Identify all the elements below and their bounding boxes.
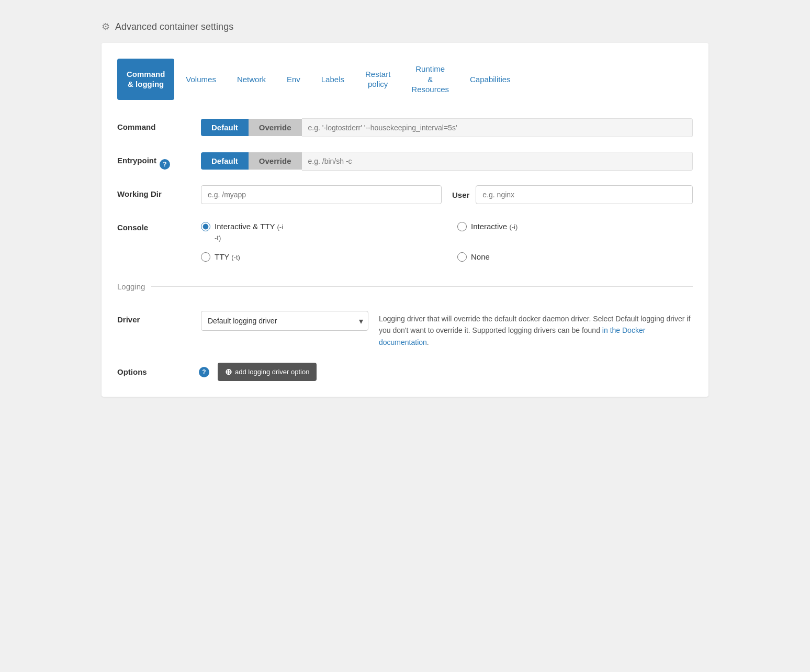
options-help-icon[interactable]: ? [199, 367, 209, 377]
radio-interactive-label: Interactive (-i) [471, 221, 518, 232]
entrypoint-default-btn[interactable]: Default [201, 152, 249, 170]
entrypoint-label: Entrypoint ? [117, 152, 190, 170]
user-group: User [452, 185, 693, 204]
workdir-input[interactable] [201, 185, 442, 204]
radio-tty[interactable]: TTY (-t) [201, 251, 436, 262]
user-label: User [452, 186, 469, 199]
command-input[interactable] [302, 118, 693, 137]
entrypoint-control: Default Override [201, 152, 693, 171]
tab-labels[interactable]: Labels [312, 59, 354, 100]
entrypoint-label-text: Entrypoint [117, 156, 156, 165]
driver-description-end: . [427, 338, 429, 346]
radio-interactive-tty-label: Interactive & TTY (-i-t) [215, 221, 283, 243]
radio-none-label: None [471, 251, 490, 262]
radio-none-input[interactable] [457, 252, 467, 262]
entrypoint-input[interactable] [302, 152, 693, 171]
options-label: Options [117, 367, 190, 376]
command-label: Command [117, 118, 190, 131]
options-row: Options ? ⊕ add logging driver option [117, 363, 693, 381]
radio-interactive-tty-text: Interactive & TTY [215, 222, 275, 231]
gear-icon: ⚙ [102, 21, 110, 32]
radio-none[interactable]: None [457, 251, 693, 262]
tab-command-logging[interactable]: Command& logging [117, 59, 174, 100]
command-override-btn[interactable]: Override [249, 119, 302, 136]
radio-interactive-text: Interactive [471, 222, 507, 231]
entrypoint-toggle-input: Default Override [201, 152, 693, 171]
console-row: Console Interactive & TTY (-i-t) [117, 219, 693, 263]
radio-interactive-input[interactable] [457, 222, 467, 231]
radio-tty-text: TTY [215, 252, 229, 261]
tab-runtime-resources[interactable]: Runtime&Resources [402, 59, 458, 100]
tab-network[interactable]: Network [228, 59, 275, 100]
console-label: Console [117, 219, 190, 232]
form-section: Command Default Override Entrypoint [117, 118, 693, 382]
entrypoint-row: Entrypoint ? Default Override [117, 152, 693, 171]
entrypoint-label-row: Entrypoint [117, 156, 156, 165]
tab-env[interactable]: Env [277, 59, 310, 100]
tabs-container: Command& logging Volumes Network Env Lab… [117, 59, 693, 100]
workdir-user-input-group: User [201, 185, 693, 204]
radio-interactive-tty-input[interactable] [201, 222, 210, 231]
radio-tty-input[interactable] [201, 252, 210, 262]
add-option-label: add logging driver option [235, 368, 309, 376]
driver-row: Driver Default logging driver json-file … [117, 311, 693, 348]
radio-interactive-tty[interactable]: Interactive & TTY (-i-t) [201, 221, 436, 243]
entrypoint-override-btn[interactable]: Override [249, 152, 302, 170]
tab-capabilities[interactable]: Capabilities [460, 59, 520, 100]
radio-tty-label: TTY (-t) [215, 251, 240, 262]
user-input[interactable] [476, 185, 693, 204]
driver-select[interactable]: Default logging driver json-file syslog … [201, 311, 368, 331]
console-radio-grid: Interactive & TTY (-i-t) Interactive (-i… [201, 219, 693, 263]
tab-restart-policy[interactable]: Restartpolicy [356, 59, 400, 100]
radio-interactive[interactable]: Interactive (-i) [457, 221, 693, 243]
logging-section-label: Logging [117, 282, 145, 291]
driver-description: Logging driver that will override the de… [379, 311, 693, 348]
workdir-input-wrapper [201, 185, 442, 204]
driver-select-wrapper: Default logging driver json-file syslog … [201, 311, 368, 331]
add-logging-option-button[interactable]: ⊕ add logging driver option [218, 363, 317, 381]
workdir-label: Working Dir [117, 185, 190, 198]
driver-label: Driver [117, 311, 190, 324]
entrypoint-help-icon[interactable]: ? [160, 159, 170, 170]
plus-icon: ⊕ [225, 367, 232, 377]
user-input-wrapper [476, 185, 693, 204]
workdir-user-control: User [201, 185, 693, 204]
main-card: Command& logging Volumes Network Env Lab… [102, 43, 708, 397]
radio-interactive-code: (-i) [509, 223, 518, 231]
radio-tty-code: (-t) [231, 253, 240, 261]
command-default-btn[interactable]: Default [201, 119, 249, 136]
page-header: ⚙ Advanced container settings [102, 21, 708, 32]
console-control: Interactive & TTY (-i-t) Interactive (-i… [201, 219, 693, 263]
command-toggle-input: Default Override [201, 118, 693, 137]
tab-volumes[interactable]: Volumes [176, 59, 226, 100]
page-title: Advanced container settings [115, 21, 233, 32]
logging-divider: Logging [117, 282, 693, 291]
command-control: Default Override [201, 118, 693, 137]
command-row: Command Default Override [117, 118, 693, 137]
outer-container: ⚙ Advanced container settings Command& l… [91, 10, 719, 407]
logging-divider-line [151, 286, 693, 287]
workdir-user-row: Working Dir User [117, 185, 693, 204]
